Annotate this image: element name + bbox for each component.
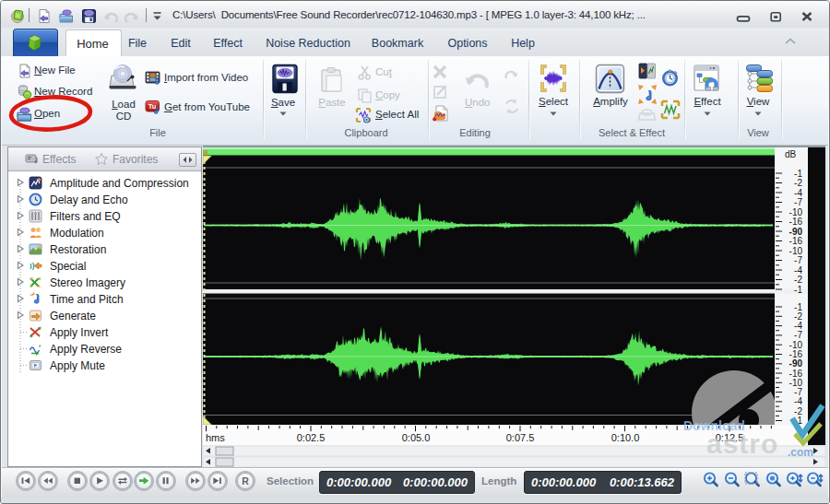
svg-text:dB: dB <box>785 149 797 159</box>
svg-text:-7: -7 <box>794 255 802 265</box>
svg-text:-4: -4 <box>794 265 802 275</box>
svg-text:-16: -16 <box>789 236 803 246</box>
svg-text:0:02.5: 0:02.5 <box>297 432 326 443</box>
svg-text:-16: -16 <box>789 217 803 227</box>
svg-text:astro: astro <box>706 428 778 459</box>
svg-text:Tu: Tu <box>148 102 157 111</box>
svg-text:-4: -4 <box>794 188 802 198</box>
svg-text:-10: -10 <box>789 207 803 217</box>
svg-text:-1: -1 <box>794 285 802 295</box>
svg-text:-2: -2 <box>794 275 802 285</box>
svg-text:0:05.0: 0:05.0 <box>402 432 431 443</box>
svg-text:0:07.5: 0:07.5 <box>506 432 535 443</box>
svg-text:-2: -2 <box>794 178 802 188</box>
svg-text:R: R <box>242 475 249 486</box>
svg-text:hms: hms <box>206 432 225 443</box>
svg-text:-10: -10 <box>789 246 803 256</box>
svg-text:.com: .com <box>788 446 813 459</box>
svg-text:-1: -1 <box>794 169 802 179</box>
svg-text:-7: -7 <box>794 197 802 207</box>
svg-text:-90: -90 <box>789 227 803 237</box>
svg-text:0:10.0: 0:10.0 <box>611 432 640 443</box>
